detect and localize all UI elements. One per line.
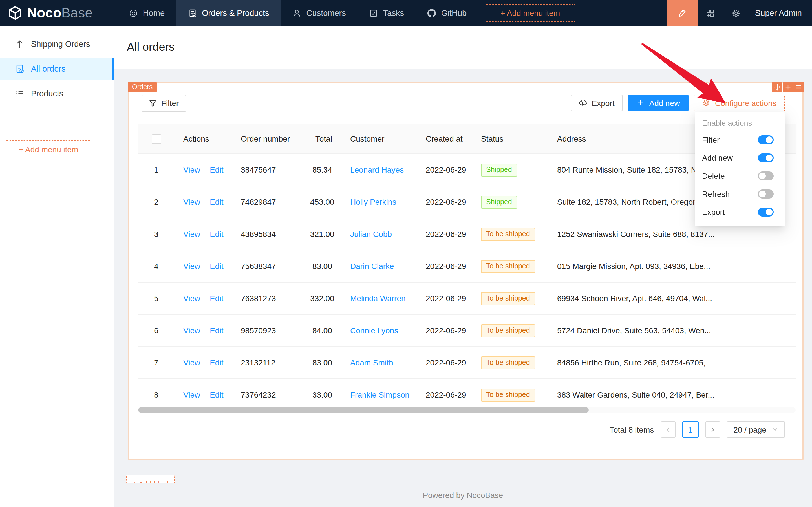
gear-icon [732,8,741,18]
action-divider [205,166,205,174]
view-link[interactable]: View [183,165,200,174]
sidebar-item-products[interactable]: Products [0,82,114,105]
popup-item-add-new[interactable]: Add new [695,149,785,167]
row-index[interactable]: 3 [138,230,174,238]
edit-link[interactable]: Edit [210,390,223,399]
configure-actions-button[interactable]: Configure actions [694,95,785,111]
nav-item-label: Customers [306,8,346,17]
status-badge: Shipped [481,195,517,208]
nav-item-tasks[interactable]: Tasks [358,0,416,26]
row-index[interactable]: 5 [138,294,174,303]
status-badge: Shipped [481,163,517,176]
sidebar-item-all-orders[interactable]: All orders [0,58,114,80]
settings-button[interactable] [723,0,749,26]
toggle-refresh[interactable] [758,189,774,199]
sidebar-item-shipping-orders[interactable]: Shipping Orders [0,33,114,55]
row-index[interactable]: 6 [138,326,174,335]
status-cell: To be shipped [472,324,548,337]
toggle-delete[interactable] [758,171,774,180]
column-header-total: Total [301,134,341,143]
table-row: 5ViewEdit76381273332.00Melinda Warren202… [138,283,796,315]
edit-link[interactable]: Edit [210,294,223,303]
total-cell: 33.00 [301,390,341,399]
navbar-add-menu-item-button[interactable]: + Add menu item [485,4,575,22]
nav-item-github[interactable]: GitHub [416,0,478,26]
drag-handle[interactable] [772,82,782,92]
popup-item-export[interactable]: Export [695,203,785,221]
customer-link[interactable]: Holly Perkins [350,198,396,207]
row-index[interactable]: 1 [138,165,174,174]
ui-editor-button[interactable] [667,0,698,26]
page-title: All orders [127,41,175,54]
add-new-button[interactable]: Add new [628,95,689,111]
nav-item-orders-products[interactable]: Orders & Products [176,0,281,26]
popup-item-filter[interactable]: Filter [695,131,785,149]
prev-page-button[interactable] [660,421,675,438]
edit-link[interactable]: Edit [210,230,223,238]
column-header-status: Status [472,134,548,143]
export-button[interactable]: Export [571,95,623,111]
view-link[interactable]: View [183,230,200,238]
edit-link[interactable]: Edit [210,262,223,271]
popup-item-refresh[interactable]: Refresh [695,185,785,203]
total-cell: 83.00 [301,358,341,367]
address-cell: 69934 Schoen River, Apt. 646, 49704, Wal… [548,294,796,303]
pagination-total: Total 8 items [610,425,654,434]
edit-link[interactable]: Edit [210,358,223,367]
row-index[interactable]: 2 [138,198,174,207]
status-cell: Shipped [472,195,548,208]
page-number-button[interactable]: 1 [682,421,698,438]
edit-link[interactable]: Edit [210,165,223,174]
horizontal-scrollbar[interactable] [138,407,796,413]
view-link[interactable]: View [183,262,200,271]
created-at-cell: 2022-06-29 [417,198,472,207]
nav-item-label: Orders & Products [202,8,269,17]
popup-item-delete[interactable]: Delete [695,167,785,185]
navbar-right: Super Admin [667,0,812,26]
customer-link[interactable]: Darin Clarke [350,262,394,271]
user-menu[interactable]: Super Admin [749,8,812,17]
block-menu-handle[interactable] [793,82,804,92]
customer-link[interactable]: Melinda Warren [350,294,406,303]
column-header-created-at: Created at [417,134,472,143]
add-block-handle[interactable] [783,82,793,92]
created-at-cell: 2022-06-29 [417,230,472,238]
page-size-value: 20 / page [733,425,766,434]
next-page-button[interactable] [705,421,720,438]
pagination: Total 8 items 1 20 / page [610,421,785,438]
view-link[interactable]: View [183,358,200,367]
plugin-manager-button[interactable] [698,0,723,26]
row-index[interactable]: 8 [138,390,174,399]
toggle-add-new[interactable] [758,153,774,162]
created-at-cell: 2022-06-29 [417,165,472,174]
filter-button[interactable]: Filter [141,95,186,112]
customer-link[interactable]: Leonard Hayes [350,165,404,174]
doc-check-icon [15,64,24,73]
toggle-export[interactable] [758,208,774,217]
popup-items: FilterAdd newDeleteRefreshExport [695,131,785,221]
scrollbar-thumb[interactable] [138,407,589,413]
nav-item-home[interactable]: Home [118,0,176,26]
customer-cell: Adam Smith [341,358,417,367]
add-block-button[interactable]: + Add block [126,475,175,483]
select-all-checkbox[interactable] [152,134,161,144]
row-index[interactable]: 7 [138,358,174,367]
row-index[interactable]: 4 [138,262,174,271]
view-link[interactable]: View [183,198,200,207]
page-size-select[interactable]: 20 / page [727,421,785,438]
customer-link[interactable]: Adam Smith [350,358,393,367]
nav-item-customers[interactable]: Customers [281,0,358,26]
customer-link[interactable]: Frankie Simpson [350,390,409,399]
edit-link[interactable]: Edit [210,326,223,335]
logo[interactable]: NocoBase [0,5,103,21]
sidebar-add-menu-item-button[interactable]: + Add menu item [6,140,91,159]
view-link[interactable]: View [183,294,200,303]
customer-link[interactable]: Julian Cobb [350,230,392,238]
table-row: 4ViewEdit7563834783.00Darin Clarke2022-0… [138,250,796,283]
popup-item-label: Refresh [702,189,730,199]
edit-link[interactable]: Edit [210,198,223,207]
view-link[interactable]: View [183,326,200,335]
customer-link[interactable]: Connie Lyons [350,326,398,335]
view-link[interactable]: View [183,390,200,399]
toggle-filter[interactable] [758,135,774,145]
